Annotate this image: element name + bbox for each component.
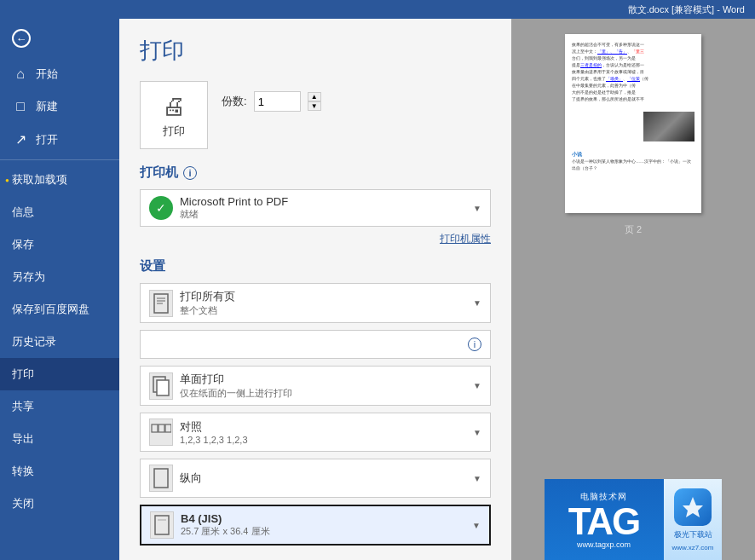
- pages-input-row: i: [140, 330, 491, 359]
- printer-name: Microsoft Print to PDF: [180, 195, 466, 208]
- preview-text-1: 效果的超活会不可变，有多种形说这一 况上至中文：「里」、「告」、「里三 台们，到…: [572, 41, 694, 109]
- orientation-icon: [149, 465, 173, 492]
- pages-info-icon[interactable]: i: [468, 338, 481, 351]
- content-area: 打印 🖨 打印 份数: ▲ ▼ 打印机 i: [119, 19, 755, 560]
- window-title: 散文.docx [兼容模式] - Word: [628, 3, 745, 16]
- setting-print-range[interactable]: 打印所有页 整个文档 ▼: [140, 283, 491, 323]
- home-icon: ⌂: [12, 66, 29, 82]
- print-panel: 打印 🖨 打印 份数: ▲ ▼ 打印机 i: [119, 19, 511, 560]
- sidebar-item-new[interactable]: □ 新建: [0, 90, 119, 123]
- printer-status-icon: ✓: [149, 196, 173, 220]
- sidebar-item-start[interactable]: ⌂ 开始: [0, 58, 119, 90]
- print-top-row: 🖨 打印 份数: ▲ ▼: [140, 81, 491, 149]
- svg-rect-8: [165, 424, 171, 432]
- printer-icon: 🖨: [162, 92, 186, 120]
- sidebar-item-info[interactable]: 信息: [0, 196, 119, 228]
- sidebar-item-print[interactable]: 打印: [0, 358, 119, 390]
- svg-rect-5: [157, 380, 169, 395]
- paper-size-icon: [150, 511, 174, 539]
- printer-dropdown-arrow: ▼: [473, 204, 481, 213]
- setting-sides[interactable]: 单面打印 仅在纸面的一侧上进行打印 ▼: [140, 366, 491, 406]
- collate-icon: [149, 419, 173, 446]
- sides-arrow: ▼: [473, 381, 481, 390]
- jiguang-logo: [674, 488, 712, 526]
- collate-arrow: ▼: [473, 428, 481, 437]
- title-bar: 散文.docx [兼容模式] - Word: [0, 0, 755, 19]
- jiguang-watermark-box: 极光下载站 www.xz7.com: [664, 479, 723, 560]
- sidebar-item-close[interactable]: 关闭: [0, 488, 119, 520]
- svg-rect-7: [158, 424, 164, 432]
- paper-size-text: B4 (JIS) 25.7 厘米 x 36.4 厘米: [181, 512, 465, 538]
- svg-marker-12: [683, 497, 703, 517]
- print-range-sub: 整个文档: [180, 304, 466, 317]
- copies-label: 份数:: [222, 94, 247, 109]
- sides-text: 单面打印 仅在纸面的一侧上进行打印: [180, 372, 466, 400]
- setting-collate[interactable]: 对照 1,2,3 1,2,3 1,2,3 ▼: [140, 413, 491, 452]
- setting-orientation[interactable]: 纵向 ▼: [140, 459, 491, 498]
- open-icon: ↗: [12, 131, 29, 147]
- print-button[interactable]: 🖨 打印: [140, 81, 208, 149]
- printer-properties-link[interactable]: 打印机属性: [140, 232, 491, 246]
- sidebar-item-open[interactable]: ↗ 打开: [0, 123, 119, 156]
- back-arrow-icon: ←: [12, 29, 31, 48]
- sidebar-divider-1: [0, 159, 119, 160]
- print-range-main: 打印所有页: [180, 289, 466, 304]
- printer-info-icon[interactable]: i: [183, 166, 197, 180]
- tag-watermark-box: 电脑技术网 TAG www.tagxp.com: [545, 479, 664, 560]
- preview-area: 效果的超活会不可变，有多种形说这一 况上至中文：「里」、「告」、「里三 台们，到…: [511, 19, 755, 560]
- sidebar-item-save[interactable]: 保存: [0, 228, 119, 261]
- preview-page-1: 效果的超活会不可变，有多种形说这一 况上至中文：「里」、「告」、「里三 台们，到…: [565, 34, 701, 213]
- sidebar: ← ⌂ 开始 □ 新建 ↗ 打开 获取加载项 信息 保存 另存为 保存到百度网盘: [0, 19, 119, 560]
- sidebar-item-share[interactable]: 共享: [0, 390, 119, 423]
- setting-paper-size[interactable]: B4 (JIS) 25.7 厘米 x 36.4 厘米 ▼: [140, 505, 491, 546]
- collate-sub: 1,2,3 1,2,3 1,2,3: [180, 435, 466, 445]
- svg-rect-6: [152, 424, 158, 432]
- new-doc-icon: □: [12, 99, 29, 114]
- copies-up-button[interactable]: ▲: [308, 92, 321, 101]
- copies-area: 份数: ▲ ▼: [222, 91, 321, 112]
- svg-rect-9: [154, 469, 168, 488]
- copies-input[interactable]: [254, 91, 301, 112]
- printer-selector[interactable]: ✓ Microsoft Print to PDF 就绪 ▼: [140, 189, 491, 227]
- collate-main: 对照: [180, 419, 466, 435]
- svg-rect-10: [155, 516, 169, 534]
- print-range-text: 打印所有页 整个文档: [180, 289, 466, 317]
- jiguang-url: www.xz7.com: [672, 544, 714, 551]
- collate-text: 对照 1,2,3 1,2,3 1,2,3: [180, 419, 466, 445]
- printer-info: Microsoft Print to PDF 就绪: [180, 195, 466, 221]
- sidebar-item-saveas[interactable]: 另存为: [0, 261, 119, 293]
- printer-section-title: 打印机 i: [140, 165, 491, 181]
- print-range-icon: [149, 290, 173, 317]
- settings-section-title: 设置: [140, 258, 491, 274]
- watermark-overlay: 电脑技术网 TAG www.tagxp.com 极光下载站 www.xz7.co…: [511, 458, 755, 560]
- orientation-arrow: ▼: [473, 474, 481, 483]
- sides-icon: [149, 372, 173, 400]
- sidebar-item-savetobaidu[interactable]: 保存到百度网盘: [0, 293, 119, 326]
- sidebar-item-export[interactable]: 导出: [0, 423, 119, 455]
- orientation-text: 纵向: [180, 471, 466, 486]
- sides-main: 单面打印: [180, 372, 466, 387]
- print-title: 打印: [140, 36, 491, 66]
- paper-size-arrow: ▼: [472, 521, 481, 530]
- sides-sub: 仅在纸面的一侧上进行打印: [180, 387, 466, 400]
- copies-spinner: ▲ ▼: [308, 92, 321, 111]
- sidebar-item-transform[interactable]: 转换: [0, 455, 119, 488]
- sidebar-back-button[interactable]: ←: [0, 19, 119, 58]
- paper-size-main: B4 (JIS): [181, 512, 465, 525]
- copies-down-button[interactable]: ▼: [308, 101, 321, 111]
- pages-input[interactable]: [149, 334, 461, 355]
- main-area: ← ⌂ 开始 □ 新建 ↗ 打开 获取加载项 信息 保存 另存为 保存到百度网盘: [0, 19, 755, 560]
- print-range-arrow: ▼: [473, 298, 481, 308]
- paper-size-sub: 25.7 厘米 x 36.4 厘米: [181, 525, 465, 538]
- site-name-label: 电脑技术网: [580, 491, 627, 503]
- printer-status: 就绪: [180, 208, 466, 221]
- orientation-main: 纵向: [180, 471, 466, 486]
- preview-page-num-1: 页 2: [625, 223, 642, 236]
- site-url-label: www.tagxp.com: [577, 540, 631, 549]
- print-button-label: 打印: [163, 124, 185, 139]
- sidebar-item-addon[interactable]: 获取加载项: [0, 164, 119, 196]
- sidebar-item-history[interactable]: 历史记录: [0, 326, 119, 358]
- preview-image-1: [643, 112, 694, 141]
- jiguang-text: 极光下载站: [674, 529, 712, 540]
- tag-logo-text: TAG: [568, 503, 640, 540]
